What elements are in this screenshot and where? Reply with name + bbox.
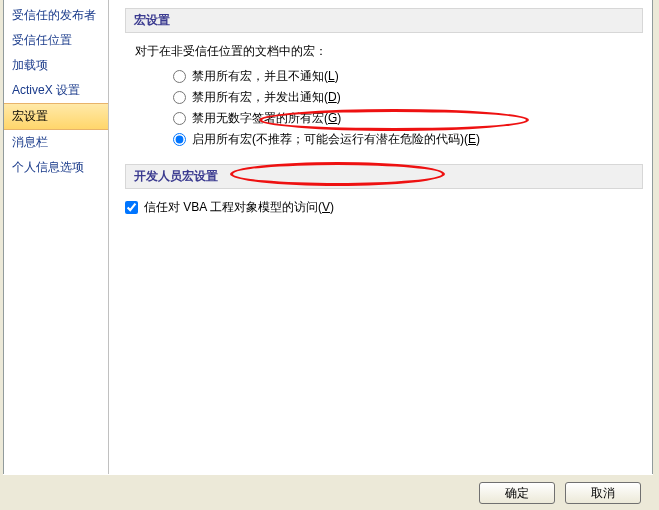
sidebar-item-activex[interactable]: ActiveX 设置 (4, 78, 108, 103)
radio-enable-all[interactable]: 启用所有宏(不推荐；可能会运行有潜在危险的代码)(E) (173, 131, 636, 148)
content-pane: 宏设置 对于在非受信任位置的文档中的宏： 禁用所有宏，并且不通知(L) 禁用所有… (109, 0, 652, 474)
macro-settings-header: 宏设置 (125, 8, 643, 33)
radio-label: 禁用无数字签署的所有宏(G) (192, 110, 341, 127)
trust-vba-checkbox[interactable] (125, 201, 138, 214)
sidebar-item-trusted-locations[interactable]: 受信任位置 (4, 28, 108, 53)
radio-input-enable-all[interactable] (173, 133, 186, 146)
radio-input-disable-no-notify[interactable] (173, 70, 186, 83)
radio-label: 禁用所有宏，并且不通知(L) (192, 68, 339, 85)
radio-label: 禁用所有宏，并发出通知(D) (192, 89, 341, 106)
sidebar-item-label: 加载项 (12, 58, 48, 72)
sidebar-item-message-bar[interactable]: 消息栏 (4, 130, 108, 155)
cancel-button[interactable]: 取消 (565, 482, 641, 504)
sidebar-item-addins[interactable]: 加载项 (4, 53, 108, 78)
radio-input-disable-notify[interactable] (173, 91, 186, 104)
radio-label: 启用所有宏(不推荐；可能会运行有潜在危险的代码)(E) (192, 131, 480, 148)
sidebar-item-label: 个人信息选项 (12, 160, 84, 174)
sidebar-item-label: 受信任的发布者 (12, 8, 96, 22)
sidebar-item-label: ActiveX 设置 (12, 83, 80, 97)
sidebar-item-macro-settings[interactable]: 宏设置 (4, 103, 108, 130)
checkbox-label: 信任对 VBA 工程对象模型的访问(V) (144, 199, 334, 216)
developer-macro-header: 开发人员宏设置 (125, 164, 643, 189)
radio-disable-unsigned[interactable]: 禁用无数字签署的所有宏(G) (173, 110, 636, 127)
trust-vba-row[interactable]: 信任对 VBA 工程对象模型的访问(V) (125, 199, 636, 216)
sidebar: 受信任的发布者 受信任位置 加载项 ActiveX 设置 宏设置 消息栏 个人信… (4, 0, 109, 474)
sidebar-item-privacy-options[interactable]: 个人信息选项 (4, 155, 108, 180)
trust-center-window: 受信任的发布者 受信任位置 加载项 ActiveX 设置 宏设置 消息栏 个人信… (0, 0, 659, 510)
ok-button[interactable]: 确定 (479, 482, 555, 504)
sidebar-item-label: 受信任位置 (12, 33, 72, 47)
section-title-text: 宏设置 (134, 13, 170, 27)
button-bar: 确定 取消 (3, 474, 653, 510)
section-title-text: 开发人员宏设置 (134, 169, 218, 183)
sidebar-item-label: 宏设置 (12, 109, 48, 123)
macro-intro-text: 对于在非受信任位置的文档中的宏： (135, 43, 636, 60)
radio-disable-no-notify[interactable]: 禁用所有宏，并且不通知(L) (173, 68, 636, 85)
radio-input-disable-unsigned[interactable] (173, 112, 186, 125)
sidebar-item-label: 消息栏 (12, 135, 48, 149)
body-area: 受信任的发布者 受信任位置 加载项 ActiveX 设置 宏设置 消息栏 个人信… (3, 0, 653, 474)
radio-disable-notify[interactable]: 禁用所有宏，并发出通知(D) (173, 89, 636, 106)
sidebar-item-trusted-publishers[interactable]: 受信任的发布者 (4, 3, 108, 28)
